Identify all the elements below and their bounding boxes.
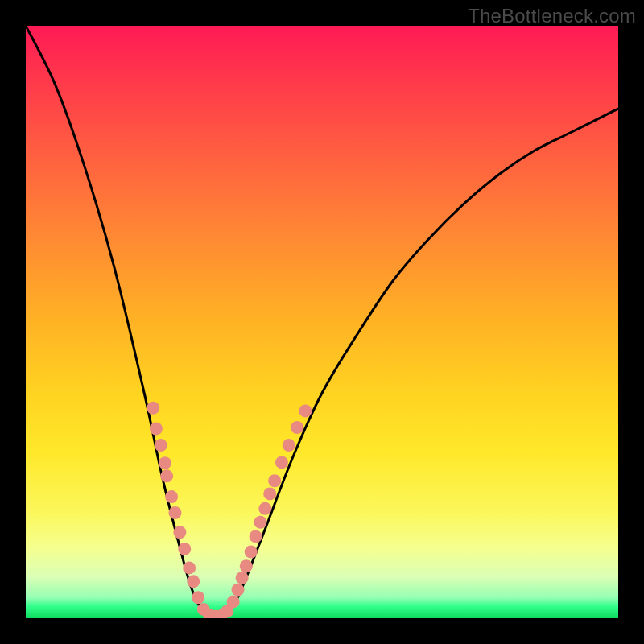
overlay-dot <box>250 530 262 543</box>
chart-frame: TheBottleneck.com <box>0 0 644 644</box>
overlay-dot <box>236 572 249 584</box>
overlay-dot <box>245 546 258 559</box>
overlay-dots <box>147 402 312 618</box>
overlay-dot <box>173 526 186 539</box>
overlay-dot <box>168 506 181 519</box>
overlay-dot <box>291 421 303 434</box>
plot-area <box>26 26 618 618</box>
overlay-dot <box>147 402 159 415</box>
overlay-dot <box>159 456 171 469</box>
overlay-dot <box>268 474 281 487</box>
overlay-dot <box>231 584 244 597</box>
overlay-dot <box>258 502 271 515</box>
overlay-dot <box>150 422 163 435</box>
overlay-dot <box>178 543 191 555</box>
overlay-dot <box>187 575 200 588</box>
overlay-dot <box>160 469 173 482</box>
curve-path <box>26 26 618 618</box>
overlay-dot <box>192 591 204 604</box>
overlay-dot <box>263 487 276 500</box>
overlay-dot <box>183 561 196 574</box>
chart-svg <box>26 26 618 618</box>
overlay-dot <box>299 404 312 417</box>
overlay-dot <box>275 456 288 469</box>
overlay-dot <box>165 490 178 503</box>
overlay-dot <box>227 595 240 608</box>
watermark-text: TheBottleneck.com <box>468 5 636 27</box>
overlay-dot <box>283 439 295 452</box>
bottleneck-curve <box>26 26 618 618</box>
overlay-dot <box>155 439 167 452</box>
overlay-dot <box>254 516 266 529</box>
overlay-dot <box>240 559 253 572</box>
